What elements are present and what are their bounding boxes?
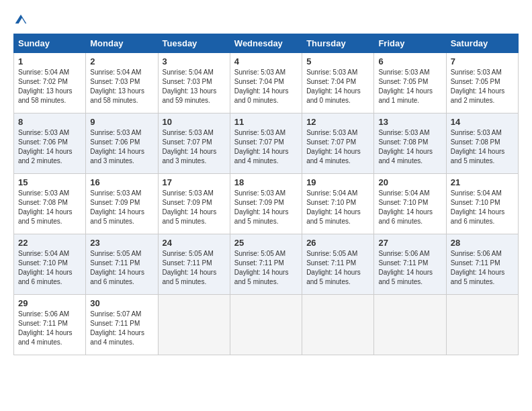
day-number: 6 xyxy=(378,56,441,66)
day-info: Sunrise: 5:03 AMSunset: 7:04 PMDaylight:… xyxy=(234,68,298,105)
day-number: 19 xyxy=(306,177,369,187)
day-info: Sunrise: 5:03 AMSunset: 7:06 PMDaylight:… xyxy=(18,128,81,166)
day-number: 16 xyxy=(90,177,153,187)
day-info: Sunrise: 5:06 AMSunset: 7:11 PMDaylight:… xyxy=(378,249,441,287)
day-cell-28: 28 Sunrise: 5:06 AMSunset: 7:11 PMDaylig… xyxy=(446,234,518,295)
header-wednesday: Wednesday xyxy=(230,34,302,53)
day-info: Sunrise: 5:03 AMSunset: 7:04 PMDaylight:… xyxy=(306,68,369,105)
day-number: 5 xyxy=(306,56,369,66)
day-info: Sunrise: 5:04 AMSunset: 7:10 PMDaylight:… xyxy=(306,189,369,226)
day-cell-22: 22 Sunrise: 5:04 AMSunset: 7:10 PMDaylig… xyxy=(14,234,86,295)
day-number: 12 xyxy=(306,117,369,127)
calendar-row-4: 22 Sunrise: 5:04 AMSunset: 7:10 PMDaylig… xyxy=(14,234,519,295)
day-cell-4: 4 Sunrise: 5:03 AMSunset: 7:04 PMDayligh… xyxy=(230,53,302,113)
day-number: 2 xyxy=(90,56,153,66)
day-number: 20 xyxy=(378,177,441,187)
day-cell-20: 20 Sunrise: 5:04 AMSunset: 7:10 PMDaylig… xyxy=(374,174,446,234)
empty-cell xyxy=(158,295,230,355)
day-cell-25: 25 Sunrise: 5:05 AMSunset: 7:11 PMDaylig… xyxy=(230,234,302,295)
day-number: 1 xyxy=(18,56,81,66)
weekday-header-row: Sunday Monday Tuesday Wednesday Thursday… xyxy=(14,34,519,53)
day-number: 14 xyxy=(451,117,514,127)
day-info: Sunrise: 5:07 AMSunset: 7:11 PMDaylight:… xyxy=(90,310,153,347)
day-info: Sunrise: 5:03 AMSunset: 7:08 PMDaylight:… xyxy=(451,128,514,166)
day-info: Sunrise: 5:06 AMSunset: 7:11 PMDaylight:… xyxy=(18,310,81,347)
day-cell-2: 2 Sunrise: 5:04 AMSunset: 7:03 PMDayligh… xyxy=(86,53,158,113)
day-info: Sunrise: 5:03 AMSunset: 7:07 PMDaylight:… xyxy=(234,128,298,166)
day-number: 17 xyxy=(163,177,226,187)
day-info: Sunrise: 5:04 AMSunset: 7:02 PMDaylight:… xyxy=(18,68,81,105)
day-cell-17: 17 Sunrise: 5:03 AMSunset: 7:09 PMDaylig… xyxy=(158,174,230,234)
logo xyxy=(13,13,28,27)
day-number: 29 xyxy=(18,298,81,308)
day-number: 28 xyxy=(451,238,514,248)
day-cell-14: 14 Sunrise: 5:03 AMSunset: 7:08 PMDaylig… xyxy=(446,113,518,174)
day-cell-23: 23 Sunrise: 5:05 AMSunset: 7:11 PMDaylig… xyxy=(86,234,158,295)
day-info: Sunrise: 5:03 AMSunset: 7:09 PMDaylight:… xyxy=(234,189,298,226)
day-number: 22 xyxy=(18,238,81,248)
calendar-row-5: 29 Sunrise: 5:06 AMSunset: 7:11 PMDaylig… xyxy=(14,295,519,355)
day-number: 3 xyxy=(163,56,226,66)
day-info: Sunrise: 5:06 AMSunset: 7:11 PMDaylight:… xyxy=(451,249,514,287)
day-info: Sunrise: 5:03 AMSunset: 7:07 PMDaylight:… xyxy=(163,128,226,166)
header-sunday: Sunday xyxy=(14,34,86,53)
day-cell-3: 3 Sunrise: 5:04 AMSunset: 7:03 PMDayligh… xyxy=(158,53,230,113)
day-cell-30: 30 Sunrise: 5:07 AMSunset: 7:11 PMDaylig… xyxy=(86,295,158,355)
day-info: Sunrise: 5:03 AMSunset: 7:09 PMDaylight:… xyxy=(163,189,226,226)
day-info: Sunrise: 5:03 AMSunset: 7:08 PMDaylight:… xyxy=(18,189,81,226)
day-cell-10: 10 Sunrise: 5:03 AMSunset: 7:07 PMDaylig… xyxy=(158,113,230,174)
calendar-row-1: 1 Sunrise: 5:04 AMSunset: 7:02 PMDayligh… xyxy=(14,53,519,113)
day-cell-15: 15 Sunrise: 5:03 AMSunset: 7:08 PMDaylig… xyxy=(14,174,86,234)
day-info: Sunrise: 5:03 AMSunset: 7:05 PMDaylight:… xyxy=(451,68,514,105)
day-number: 8 xyxy=(18,117,81,127)
day-number: 15 xyxy=(18,177,81,187)
day-number: 18 xyxy=(234,177,298,187)
day-info: Sunrise: 5:03 AMSunset: 7:09 PMDaylight:… xyxy=(90,189,153,226)
day-cell-29: 29 Sunrise: 5:06 AMSunset: 7:11 PMDaylig… xyxy=(14,295,86,355)
calendar-row-3: 15 Sunrise: 5:03 AMSunset: 7:08 PMDaylig… xyxy=(14,174,519,234)
header-monday: Monday xyxy=(86,34,158,53)
day-number: 7 xyxy=(451,56,514,66)
day-info: Sunrise: 5:03 AMSunset: 7:06 PMDaylight:… xyxy=(90,128,153,166)
day-number: 11 xyxy=(234,117,298,127)
day-number: 9 xyxy=(90,117,153,127)
day-number: 24 xyxy=(163,238,226,248)
day-info: Sunrise: 5:04 AMSunset: 7:10 PMDaylight:… xyxy=(451,189,514,226)
day-info: Sunrise: 5:05 AMSunset: 7:11 PMDaylight:… xyxy=(90,249,153,287)
header-saturday: Saturday xyxy=(446,34,518,53)
day-cell-16: 16 Sunrise: 5:03 AMSunset: 7:09 PMDaylig… xyxy=(86,174,158,234)
day-info: Sunrise: 5:03 AMSunset: 7:05 PMDaylight:… xyxy=(378,68,441,105)
day-info: Sunrise: 5:05 AMSunset: 7:11 PMDaylight:… xyxy=(306,249,369,287)
day-number: 25 xyxy=(234,238,298,248)
header-tuesday: Tuesday xyxy=(158,34,230,53)
day-cell-18: 18 Sunrise: 5:03 AMSunset: 7:09 PMDaylig… xyxy=(230,174,302,234)
page-header xyxy=(13,13,519,27)
day-cell-11: 11 Sunrise: 5:03 AMSunset: 7:07 PMDaylig… xyxy=(230,113,302,174)
day-number: 26 xyxy=(306,238,369,248)
day-cell-13: 13 Sunrise: 5:03 AMSunset: 7:08 PMDaylig… xyxy=(374,113,446,174)
header-friday: Friday xyxy=(374,34,446,53)
day-info: Sunrise: 5:05 AMSunset: 7:11 PMDaylight:… xyxy=(163,249,226,287)
day-number: 27 xyxy=(378,238,441,248)
day-cell-5: 5 Sunrise: 5:03 AMSunset: 7:04 PMDayligh… xyxy=(302,53,374,113)
day-info: Sunrise: 5:04 AMSunset: 7:10 PMDaylight:… xyxy=(378,189,441,226)
day-cell-12: 12 Sunrise: 5:03 AMSunset: 7:07 PMDaylig… xyxy=(302,113,374,174)
logo-icon xyxy=(14,13,28,27)
day-number: 21 xyxy=(451,177,514,187)
calendar-row-2: 8 Sunrise: 5:03 AMSunset: 7:06 PMDayligh… xyxy=(14,113,519,174)
day-cell-7: 7 Sunrise: 5:03 AMSunset: 7:05 PMDayligh… xyxy=(446,53,518,113)
day-cell-24: 24 Sunrise: 5:05 AMSunset: 7:11 PMDaylig… xyxy=(158,234,230,295)
day-info: Sunrise: 5:04 AMSunset: 7:03 PMDaylight:… xyxy=(163,68,226,105)
day-number: 23 xyxy=(90,238,153,248)
day-info: Sunrise: 5:04 AMSunset: 7:03 PMDaylight:… xyxy=(90,68,153,105)
day-cell-26: 26 Sunrise: 5:05 AMSunset: 7:11 PMDaylig… xyxy=(302,234,374,295)
day-cell-1: 1 Sunrise: 5:04 AMSunset: 7:02 PMDayligh… xyxy=(14,53,86,113)
day-info: Sunrise: 5:04 AMSunset: 7:10 PMDaylight:… xyxy=(18,249,81,287)
empty-cell xyxy=(374,295,446,355)
empty-cell xyxy=(302,295,374,355)
day-cell-9: 9 Sunrise: 5:03 AMSunset: 7:06 PMDayligh… xyxy=(86,113,158,174)
header-thursday: Thursday xyxy=(302,34,374,53)
day-info: Sunrise: 5:03 AMSunset: 7:08 PMDaylight:… xyxy=(378,128,441,166)
empty-cell xyxy=(446,295,518,355)
day-cell-8: 8 Sunrise: 5:03 AMSunset: 7:06 PMDayligh… xyxy=(14,113,86,174)
